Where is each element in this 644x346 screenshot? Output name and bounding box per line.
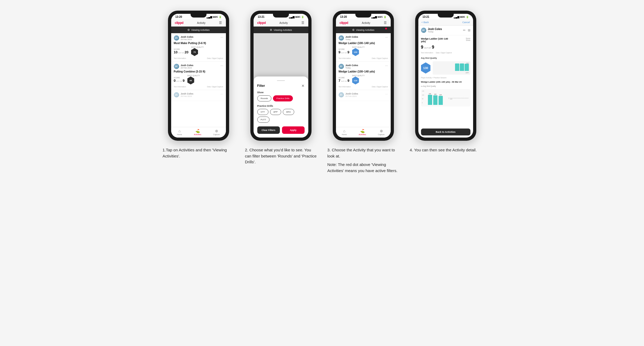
card-user-3-3: JC Josh Coles 28 Feb 2023	[339, 92, 358, 97]
step-4-caption: 4. You can then see the Activity detail.	[410, 147, 482, 153]
avg-line-4: ···124	[448, 98, 468, 100]
bar-3-4	[465, 64, 469, 71]
nav-home-3[interactable]: ⌂ Home	[342, 129, 347, 135]
phone-2: 13:21 ▂▄▆ WiFi 🔋 clippd Activity ☰ ⚙	[250, 11, 312, 141]
step-3-captions: 3. Choose the Activity that you want to …	[327, 147, 399, 174]
card-header-1-3: JC Josh Coles 28 Feb 2023 ···	[174, 92, 223, 97]
menu-icon-2[interactable]: ☰	[301, 21, 304, 25]
activity-card-3-3[interactable]: JC Josh Coles 28 Feb 2023 ···	[336, 90, 391, 101]
filter-icon-2: ⚙	[270, 28, 272, 31]
expand-icon-4[interactable]: ⊞	[468, 28, 470, 32]
phone-4-inner: 13:21 ▂▄▆ WiFi 🔋 < Back Cancel JC	[418, 14, 473, 138]
activity-card-3-1[interactable]: JC Josh Coles Today ··· Wedge Ladder (10…	[336, 33, 391, 62]
viewing-bar-3[interactable]: ⚙ Viewing Activities	[336, 27, 391, 33]
apply-btn[interactable]: Apply	[282, 126, 305, 134]
dots-menu-3-3[interactable]: ···	[385, 92, 388, 96]
test-info-1-2: Test Information	[174, 86, 186, 88]
putt-filter-btn[interactable]: PUTT	[257, 117, 270, 123]
edit-icon-4[interactable]: ✏	[463, 28, 466, 32]
avatar-3-1: JC	[339, 35, 344, 41]
menu-icon-3[interactable]: ☰	[384, 21, 387, 25]
avg-sq-label-4: Avg Shot Quality	[421, 57, 470, 59]
user-date-1-1: 28 Feb 2023	[181, 38, 193, 41]
activities-icon-1: ⛳	[195, 129, 200, 133]
practice-drills-filter-btn[interactable]: Practice Drills	[273, 95, 293, 101]
clear-filters-btn[interactable]: Clear Filters	[257, 126, 280, 134]
avatar-1-1: JC	[174, 35, 179, 41]
activity-card-3-2[interactable]: JC Josh Coles Today ··· Wedge Ladder (10…	[336, 62, 391, 90]
score-row-1-1: 10 OUT OF 20	[174, 50, 189, 54]
dots-menu-1-1[interactable]: ···	[220, 35, 223, 39]
session-sq-label-4: ••• Avg Shot Quality	[421, 85, 470, 87]
battery-icon-3: 🔋	[384, 16, 386, 18]
dots-menu-1-2[interactable]: ···	[220, 64, 223, 67]
activity-card-1-3[interactable]: JC Josh Coles 28 Feb 2023 ···	[171, 90, 226, 101]
viewing-bar-text-1: Viewing Activities	[191, 29, 210, 31]
modal-actions: Clear Filters Apply	[257, 126, 305, 134]
test-info-3-1: Test Information	[339, 57, 351, 59]
nav-activities-1[interactable]: ⛳ Activities	[194, 129, 201, 135]
status-time-2: 13:21	[258, 15, 265, 18]
app-logo-3: clippd	[340, 21, 348, 25]
battery-icon-1: 🔋	[219, 16, 222, 18]
app-filter-btn[interactable]: APP	[270, 109, 281, 115]
modal-close-button[interactable]: ✕	[301, 84, 305, 88]
detail-user-info-4: JC Josh Coles Today	[421, 28, 442, 33]
user-date-3-1: Today	[346, 38, 358, 41]
capture-icon-1: ⊕	[215, 129, 218, 133]
dots-menu-3-2[interactable]: ···	[385, 64, 388, 67]
dots-menu-1-3[interactable]: ···	[220, 92, 223, 96]
ott-filter-btn[interactable]: OTT	[257, 109, 268, 115]
data-info-1-2: Data: Clippd Capture	[207, 86, 223, 88]
status-time-4: 13:21	[423, 15, 430, 18]
drills-filter-buttons: OTT APP ARG PUTT	[257, 109, 305, 123]
status-time-3: 13:20	[340, 15, 347, 18]
user-date-1-2: 28 Feb 2023	[181, 67, 193, 69]
card-stats-1-1: Score 10 OUT OF 20 Shot Quality 75	[174, 46, 223, 56]
step-4-column: 13:21 ▂▄▆ WiFi 🔋 < Back Cancel JC	[410, 11, 482, 174]
show-filter-buttons: Rounds Practice Drills	[257, 95, 305, 101]
viewing-bar-1[interactable]: ⚙ Viewing Activities	[171, 27, 226, 33]
dots-menu-3-1[interactable]: ···	[385, 35, 388, 39]
card-footer-1-1: Test Information Data: Clippd Capture	[174, 57, 223, 59]
menu-icon-1[interactable]: ☰	[219, 21, 222, 25]
activities-icon-3: ⛳	[360, 129, 365, 133]
shots-label-4: Shots	[466, 39, 470, 41]
arg-filter-btn[interactable]: ARG	[283, 109, 294, 115]
step-2-caption: 2. Choose what you'd like to see. You ca…	[245, 147, 317, 165]
bottom-nav-1: ⌂ Home ⛳ Activities ⊕ Capture	[171, 127, 226, 138]
rounds-filter-btn[interactable]: Rounds	[257, 95, 272, 101]
status-icons-1: ▂▄▆ WiFi 🔋	[207, 16, 221, 18]
notch-4	[438, 14, 454, 18]
card-user-1-2: JC Josh Coles 28 Feb 2023	[174, 64, 193, 69]
activity-card-1-2[interactable]: JC Josh Coles 28 Feb 2023 ··· Putting Co…	[171, 62, 226, 90]
shots-value-3-2: 9	[347, 79, 349, 83]
back-to-activities-btn[interactable]: Back to Activities	[421, 129, 470, 135]
viewing-bar-2[interactable]: ⚙ Viewing Activities	[254, 27, 308, 33]
phone-1: 13:20 ▂▄▆ WiFi 🔋 clippd Activity ☰ ⚙	[168, 11, 229, 141]
phone-2-inner: 13:21 ▂▄▆ WiFi 🔋 clippd Activity ☰ ⚙	[254, 14, 308, 138]
nav-capture-3[interactable]: ⊕ Capture	[378, 129, 385, 135]
nav-home-1[interactable]: ⌂ Home	[177, 129, 182, 135]
stat-sq-3-2: Shot Quality 118	[352, 75, 365, 84]
user-date-1-3: 28 Feb 2023	[181, 95, 193, 97]
status-time-1: 13:20	[175, 15, 182, 18]
app-nav-3: clippd Activity ☰	[336, 19, 391, 27]
capture-icon-3: ⊕	[380, 129, 383, 133]
card-footer-3-1: Test Information Data: Clippd Capture	[339, 57, 388, 59]
session-title-4: Wedge Ladder (100–140 yds) - 06 Mar 23	[421, 81, 470, 83]
back-button-4[interactable]: < Back	[422, 21, 429, 24]
status-icons-4: ▂▄▆ WiFi 🔋	[454, 16, 469, 18]
nav-capture-1[interactable]: ⊕ Capture	[213, 129, 220, 135]
avatar-1-2: JC	[174, 64, 179, 69]
nav-activities-3[interactable]: ⛳ Activities	[359, 129, 366, 135]
wifi-icon-1: WiFi	[213, 16, 218, 18]
app-logo-2: clippd	[257, 21, 266, 25]
notch-3	[355, 14, 371, 18]
show-label: Show	[257, 91, 305, 94]
activity-card-1-1[interactable]: JC Josh Coles 28 Feb 2023 ··· Must Make …	[171, 33, 226, 62]
card-stats-3-1: Score 9 OUT OF 9 Shot Quality 130	[339, 46, 388, 56]
wifi-icon-3: WiFi	[378, 16, 383, 18]
battery-icon-4: 🔋	[466, 16, 469, 18]
cancel-button-4[interactable]: Cancel	[462, 21, 470, 24]
